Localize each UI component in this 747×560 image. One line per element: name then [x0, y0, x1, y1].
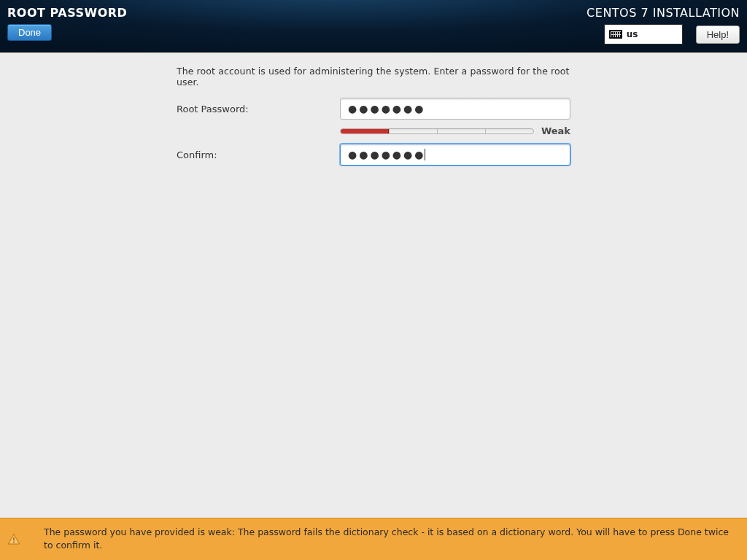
header-left: ROOT PASSWORD Done: [7, 6, 127, 41]
confirm-row: Confirm: ●●●●●●●: [177, 144, 570, 166]
warning-text: The password you have provided is weak: …: [44, 526, 729, 551]
confirm-label: Confirm:: [177, 149, 340, 160]
root-password-label: Root Password:: [177, 104, 340, 114]
svg-rect-1: [13, 537, 14, 541]
warning-icon: [7, 533, 20, 546]
keyboard-layout-label: us: [627, 29, 638, 39]
confirm-password-value: ●●●●●●●: [348, 149, 426, 160]
warning-bar: The password you have provided is weak: …: [0, 518, 747, 560]
password-strength-meter: [340, 128, 534, 134]
installer-title: CENTOS 7 INSTALLATION: [587, 6, 740, 20]
header-right-row: us Help!: [587, 24, 740, 44]
password-strength-row: Weak: [340, 125, 570, 136]
root-password-row: Root Password: ●●●●●●●: [177, 98, 570, 120]
main-content: The root account is used for administeri…: [0, 52, 747, 166]
text-cursor: [425, 149, 425, 160]
keyboard-layout-selector[interactable]: us: [604, 24, 683, 44]
svg-point-0: [13, 541, 15, 542]
password-strength-label: Weak: [541, 125, 570, 136]
root-password-value: ●●●●●●●: [348, 103, 426, 114]
help-button[interactable]: Help!: [696, 26, 740, 44]
done-button[interactable]: Done: [7, 24, 52, 41]
page-title: ROOT PASSWORD: [7, 6, 127, 20]
keyboard-icon: [609, 30, 622, 39]
header-right: CENTOS 7 INSTALLATION us Help!: [587, 6, 740, 44]
header-banner: ROOT PASSWORD Done CENTOS 7 INSTALLATION…: [0, 0, 747, 52]
confirm-password-input[interactable]: ●●●●●●●: [340, 144, 570, 166]
password-strength-ticks: [341, 129, 533, 133]
root-password-input[interactable]: ●●●●●●●: [340, 98, 570, 120]
intro-text: The root account is used for administeri…: [177, 66, 570, 88]
